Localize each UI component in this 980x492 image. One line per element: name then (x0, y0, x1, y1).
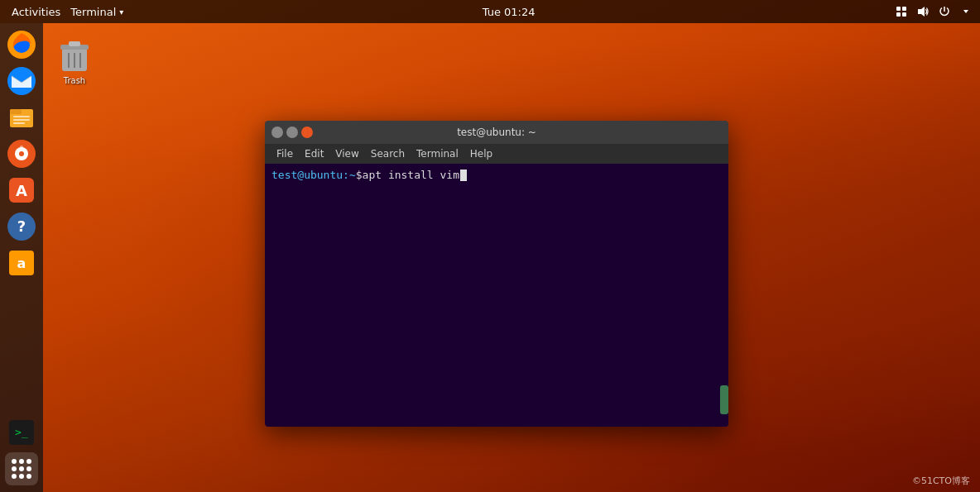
top-panel-left: Activities Terminal ▾ (7, 4, 123, 20)
system-menu-arrow[interactable] (958, 4, 973, 19)
scrollbar-track[interactable] (720, 164, 728, 427)
power-tray-icon[interactable] (937, 4, 952, 19)
svg-text:?: ? (17, 217, 26, 235)
dock-item-amazon[interactable]: a (5, 246, 38, 279)
svg-rect-1 (902, 7, 906, 11)
svg-rect-10 (10, 109, 22, 114)
terminal-body[interactable]: test@ubuntu:~ $ apt install vim (265, 164, 728, 427)
svg-rect-12 (13, 119, 30, 121)
desktop: Activities Terminal ▾ Tue 01:24 (0, 0, 980, 492)
svg-text:A: A (16, 182, 27, 199)
terminal-prompt-line: test@ubuntu:~ $ apt install vim (271, 169, 722, 181)
dock-item-software[interactable]: A (5, 174, 38, 207)
dock-item-rhythmbox[interactable] (5, 137, 38, 170)
trash-desktop-icon[interactable]: Trash (56, 38, 93, 85)
menu-file[interactable]: File (271, 145, 298, 163)
menu-edit[interactable]: Edit (300, 145, 329, 163)
svg-point-17 (20, 146, 23, 149)
dock-item-help[interactable]: ? (5, 210, 38, 243)
volume-tray-icon[interactable] (915, 4, 930, 19)
svg-rect-11 (13, 116, 30, 117)
svg-rect-0 (896, 7, 901, 11)
terminal-arrow-icon: ▾ (119, 7, 123, 17)
dock-item-files[interactable] (5, 101, 38, 134)
grid-icon (12, 459, 31, 479)
terminal-app-label: Terminal (70, 6, 116, 18)
svg-marker-5 (963, 10, 968, 13)
terminal-command-text: apt install vim (363, 169, 459, 181)
datetime-display[interactable]: Tue 01:24 (483, 6, 536, 18)
svg-rect-28 (69, 41, 80, 46)
dock: A ? a >_ (0, 23, 43, 492)
svg-text:>_: >_ (15, 426, 28, 438)
svg-point-16 (19, 151, 24, 156)
menu-search[interactable]: Search (366, 145, 410, 163)
terminal-titlebar: ─ □ ✕ test@ubuntu: ~ (265, 121, 728, 144)
svg-rect-3 (902, 12, 906, 17)
network-tray-icon[interactable] (894, 4, 909, 19)
window-close-button[interactable]: ✕ (301, 127, 313, 138)
svg-text:a: a (17, 256, 26, 271)
trash-label: Trash (64, 76, 85, 85)
prompt-user-text: test@ubuntu:~ (271, 169, 356, 181)
svg-marker-4 (918, 7, 925, 17)
svg-rect-2 (896, 12, 901, 17)
top-panel: Activities Terminal ▾ Tue 01:24 (0, 0, 980, 23)
svg-rect-13 (13, 122, 25, 124)
dock-item-firefox[interactable] (5, 28, 38, 61)
terminal-menubar: File Edit View Search Terminal Help (265, 144, 728, 164)
scrollbar-thumb[interactable] (720, 385, 728, 414)
show-apps-button[interactable] (5, 452, 38, 485)
terminal-title: test@ubuntu: ~ (457, 127, 536, 138)
prompt-dollar-text: $ (356, 169, 363, 181)
activities-button[interactable]: Activities (7, 4, 65, 20)
window-minimize-button[interactable]: ─ (271, 127, 283, 138)
menu-help[interactable]: Help (465, 145, 497, 163)
window-maximize-button[interactable]: □ (286, 127, 298, 138)
menu-terminal[interactable]: Terminal (411, 145, 464, 163)
trash-icon (56, 38, 93, 74)
watermark: ©51CTO博客 (912, 475, 970, 487)
dock-item-thunderbird[interactable] (5, 64, 38, 98)
terminal-cursor (460, 170, 467, 181)
menu-view[interactable]: View (330, 145, 363, 163)
system-tray (894, 4, 973, 19)
terminal-window: ─ □ ✕ test@ubuntu: ~ File Edit View Sear… (265, 121, 728, 427)
terminal-app-menu[interactable]: Terminal ▾ (70, 6, 123, 18)
dock-item-terminal[interactable]: >_ (5, 416, 38, 449)
